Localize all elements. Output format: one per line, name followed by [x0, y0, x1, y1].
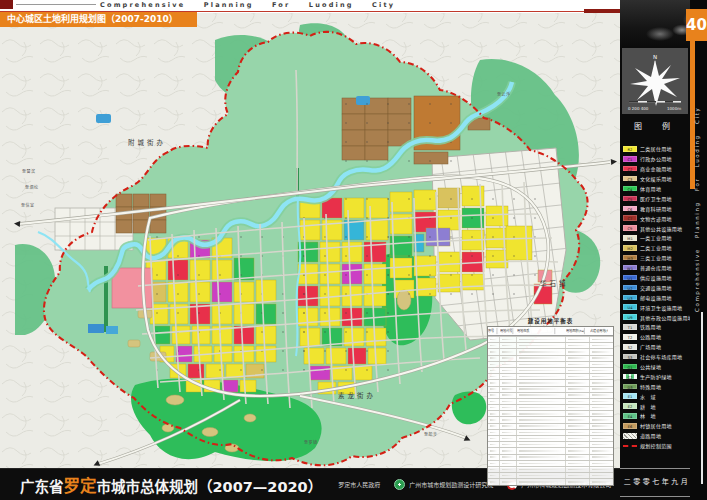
legend-swatch-icon: M3	[623, 255, 637, 261]
legend-item: U9其他市政公用设施用地	[623, 312, 689, 322]
legend-label: 铁路用地	[640, 323, 661, 330]
legend-item: E2耕 地	[623, 401, 689, 411]
planning-map-sheet: 附城街办素龙街办华石镇至榃滨至泗纶至信宜至云浮至船步至罗镜 建设用地平衡表 序号…	[0, 0, 707, 500]
legend-label: 教育科研用地	[640, 205, 672, 212]
legend-item: T1铁路用地	[623, 322, 689, 332]
legend-item: 道路用地	[623, 431, 689, 441]
legend-label: 一类工业用地	[640, 234, 672, 241]
legend-item: S3社会停车场库用地	[623, 352, 689, 362]
legend-item: U2交通设施用地	[623, 282, 689, 292]
vertical-white-line	[701, 312, 703, 484]
legend-swatch-icon: E4	[623, 413, 637, 419]
legend-label: 供应设施用地	[640, 274, 672, 281]
legend-label: 行政办公用地	[640, 155, 672, 162]
header-divider	[16, 4, 96, 5]
legend-swatch-icon: C7	[623, 215, 637, 221]
scale-unit: 1000m	[667, 106, 681, 111]
vertical-english-title: Comprehensive Planning For Luoding City	[694, 52, 700, 312]
legend-item: G2生产防护绿地	[623, 371, 689, 381]
legend-label: 文物古迹用地	[640, 215, 672, 222]
legend-item: C4体育用地	[623, 184, 689, 194]
balance-table-row	[488, 386, 613, 392]
legend-swatch-icon: C2	[623, 166, 637, 172]
balance-table-row	[488, 336, 613, 342]
legend-label: 广场用地	[640, 343, 661, 350]
legend-item: T2公路用地	[623, 332, 689, 342]
road-destination-label: 至罗镜	[304, 439, 318, 445]
legend-swatch-icon: C6	[623, 206, 637, 212]
balance-table-header: 序号用地代号用地性质用地面积(ha)占建设用地(%)	[488, 327, 613, 336]
compass-scale-box: N 0 200 400 1000m	[622, 48, 688, 114]
legend-item: C9其他公共设施用地	[623, 223, 689, 233]
district-label: 素龙街办	[338, 391, 376, 400]
legend-item: E6村镇居住用地	[623, 421, 689, 431]
legend-item: U4环境卫生设施用地	[623, 302, 689, 312]
balance-table-row	[488, 392, 613, 398]
legend-swatch-icon: U3	[623, 295, 637, 301]
legend-item: E4林 地	[623, 411, 689, 421]
legend-swatch-icon: S3	[623, 354, 637, 360]
legend-label: 村镇居住用地	[640, 422, 672, 429]
road-destination-label: 至信宜	[21, 202, 35, 208]
legend-label: 医疗卫生用地	[640, 195, 672, 202]
legend-item: D3特殊用地	[623, 381, 689, 391]
legend-swatch-icon: D3	[623, 384, 637, 390]
legend-item: 规划控制范围	[623, 441, 689, 451]
legend-label: 二类工业用地	[640, 244, 672, 251]
legend-label: 普通仓库用地	[640, 264, 672, 271]
balance-table-row	[488, 429, 613, 435]
road-destination-label: 至榃滨	[22, 168, 36, 174]
balance-table-row	[488, 404, 613, 410]
compass-rose: N 0 200 400 1000m	[622, 48, 688, 114]
balance-table-row	[488, 416, 613, 422]
balance-table-row	[488, 342, 613, 348]
balance-table-row	[488, 355, 613, 361]
legend-item: M2二类工业用地	[623, 243, 689, 253]
legend-item: M1一类工业用地	[623, 233, 689, 243]
legend-item: R2二类居住用地	[623, 144, 689, 154]
master-plan-title: 广东省罗定市城市总体规划（2007—2020）	[20, 473, 322, 497]
header-red-block	[0, 0, 13, 9]
legend-swatch-icon	[623, 445, 637, 447]
balance-table-header-cell: 用地面积(ha)	[566, 328, 585, 334]
district-label: 附城街办	[128, 138, 166, 147]
legend-item: E1水 域	[623, 391, 689, 401]
district-label: 华石镇	[540, 279, 569, 288]
balance-table-row	[488, 348, 613, 354]
legend-label: 规划控制范围	[640, 442, 672, 449]
legend-item: S2广场用地	[623, 342, 689, 352]
legend-swatch-icon: G1	[623, 364, 637, 370]
legend-swatch-icon: M2	[623, 245, 637, 251]
legend-swatch-icon: E2	[623, 403, 637, 409]
balance-table-title: 建设用地平衡表	[487, 317, 614, 325]
legend-label: 社会停车场库用地	[640, 353, 682, 360]
legend-item: U1供应设施用地	[623, 273, 689, 283]
legend-swatch-icon: M1	[623, 235, 637, 241]
legend-label: 体育用地	[640, 185, 661, 192]
legend-title: 图 例	[620, 120, 690, 131]
legend-swatch-icon: C9	[623, 225, 637, 231]
legend-label: 环境卫生设施用地	[640, 304, 682, 311]
balance-table-row	[488, 447, 613, 453]
legend-swatch-icon: E6	[623, 423, 637, 429]
legend-label: 其他公共设施用地	[640, 225, 682, 232]
page-number-badge: 40	[686, 9, 707, 41]
legend-item: C6教育科研用地	[623, 203, 689, 213]
legend-label: 公路用地	[640, 333, 661, 340]
balance-table-header-cell: 占建设用地(%)	[590, 328, 608, 334]
balance-table-row	[488, 435, 613, 441]
legend-swatch-icon: C5	[623, 196, 637, 202]
balance-table-row	[488, 361, 613, 367]
legend-item: C7文物古迹用地	[623, 213, 689, 223]
legend-swatch-icon: S2	[623, 344, 637, 350]
legend-label: 公共绿地	[640, 363, 661, 370]
balance-table-row	[488, 472, 613, 478]
balance-table-box: 序号用地代号用地性质用地面积(ha)占建设用地(%)	[487, 326, 614, 486]
balance-table-row	[488, 398, 613, 404]
legend-label: 文化娱乐用地	[640, 175, 672, 182]
legend-swatch-icon: U9	[623, 314, 637, 320]
road-destination-label: 至泗纶	[25, 184, 39, 190]
legend-label: 林 地	[640, 412, 656, 419]
legend-item: C1行政办公用地	[623, 154, 689, 164]
legend-item: C3文化娱乐用地	[623, 174, 689, 184]
